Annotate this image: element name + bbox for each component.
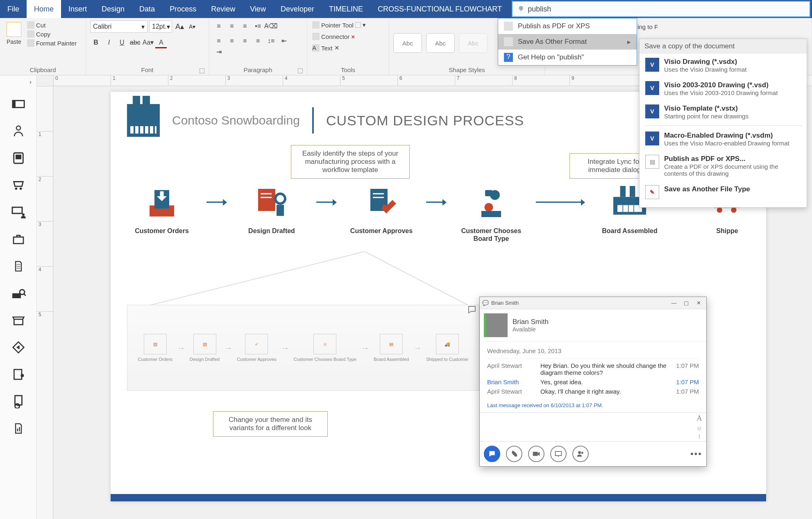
close-button[interactable]: ✕ (693, 299, 704, 307)
save-vsdm[interactable]: VMacro-Enabled Drawing (*.vsdm)Uses the … (640, 127, 807, 151)
save-pdfxps[interactable]: ▤Publish as PDF or XPS...Create a PDF or… (640, 151, 807, 181)
lync-chat-window[interactable]: 💬 Brian Smith — ▢ ✕ Brian Smith Availabl… (479, 297, 707, 467)
tellme-item-save-as-other[interactable]: Save As Other Format▸ (498, 34, 637, 50)
tab-developer[interactable]: Developer (273, 0, 322, 18)
font-format-icon[interactable]: A (697, 414, 702, 423)
stencil-decision-icon[interactable] (10, 339, 27, 356)
tell-me-input[interactable] (528, 5, 810, 14)
align-right-button[interactable]: ≡ (239, 36, 251, 46)
priority-icon[interactable]: ! (699, 433, 700, 440)
line-spacing-button[interactable]: ↕≡ (265, 36, 277, 46)
variant-chooses-icon: ☺ (313, 334, 336, 354)
save-vsdx[interactable]: VVisio Drawing (*.vsdx)Uses the Visio Dr… (640, 54, 807, 77)
paragraph-dialog-launcher[interactable] (298, 68, 303, 73)
tab-insert[interactable]: Insert (61, 0, 94, 18)
align-center-button[interactable]: ≡ (226, 36, 238, 46)
increase-indent-button[interactable]: ⇥ (213, 46, 225, 57)
tell-me-search[interactable] (512, 1, 810, 17)
copy-button[interactable]: Copy (26, 29, 77, 39)
grow-font-button[interactable]: A▴ (174, 22, 186, 31)
font-dialog-launcher[interactable] (200, 68, 204, 73)
font-size-combo[interactable]: 12pt.▾ (149, 20, 172, 33)
font-color-button[interactable]: A (155, 38, 167, 48)
step-customer-approves[interactable]: Customer Approves (347, 182, 416, 235)
connection-point-icon[interactable]: ✕ (334, 44, 340, 52)
save-vsd[interactable]: VVisio 2003-2010 Drawing (*.vsd)Uses the… (640, 77, 807, 100)
align-top-button[interactable]: ≡ (213, 21, 225, 32)
theme-variant-preview[interactable]: ▧Customer Orders → ▧Design Drafted → ✓Cu… (127, 305, 479, 391)
stencil-clipboard-pie-icon[interactable] (10, 393, 27, 410)
tab-crossfunctional[interactable]: CROSS-FUNCTIONAL FLOWCHART (370, 0, 509, 18)
cut-button[interactable]: Cut (26, 20, 77, 29)
align-bottom-button[interactable]: ≡ (239, 21, 251, 32)
call-button[interactable] (506, 446, 522, 462)
tab-process[interactable]: Process (162, 0, 204, 18)
emoji-icon[interactable]: ☺ (696, 425, 702, 431)
change-case-button[interactable]: Aa▾ (143, 37, 154, 48)
tab-review[interactable]: Review (204, 0, 243, 18)
stencil-box-open-icon[interactable] (10, 312, 27, 329)
group-label-font: Font (90, 66, 204, 74)
step-customer-orders[interactable]: Customer Orders (127, 182, 197, 235)
stencil-report-icon[interactable] (10, 420, 27, 437)
shapes-pane[interactable]: › (0, 75, 37, 519)
chat-bubble-icon[interactable] (467, 305, 477, 315)
tab-timeline[interactable]: TIMELINE (322, 0, 370, 18)
stencil-inspection-icon[interactable] (10, 285, 27, 301)
decrease-indent-button[interactable]: ⇤ (278, 36, 290, 46)
save-vstx[interactable]: VVisio Template (*.vstx)Starting point f… (640, 100, 807, 124)
minimize-button[interactable]: — (669, 299, 679, 307)
bold-button[interactable]: B (90, 37, 102, 48)
shrink-font-button[interactable]: A▾ (187, 23, 197, 30)
step-chooses-board[interactable]: Customer Chooses Board Type (456, 182, 526, 243)
participants-button[interactable] (572, 446, 589, 462)
callout-workflow[interactable]: Easily identify the steps of your manufa… (291, 145, 410, 179)
present-button[interactable] (550, 446, 567, 462)
shape-style-2[interactable]: Abc (426, 33, 455, 53)
tab-file[interactable]: File (0, 0, 27, 18)
tellme-item-help[interactable]: ?Get Help on "publish" (498, 50, 637, 65)
connector-tool-button[interactable]: Connector× (311, 32, 356, 41)
font-name-combo[interactable]: Calibri▾ (90, 20, 147, 33)
tab-home[interactable]: Home (27, 0, 61, 18)
lync-titlebar[interactable]: 💬 Brian Smith — ▢ ✕ (480, 297, 706, 309)
shape-style-3[interactable]: Abc (459, 33, 488, 53)
stencil-clipboard-person-icon[interactable] (10, 366, 27, 383)
stencil-briefcase-icon[interactable] (10, 231, 27, 247)
underline-button[interactable]: U (116, 37, 128, 48)
save-other[interactable]: ✎Save as Another File Type (640, 181, 807, 203)
chat-input[interactable] (480, 413, 692, 441)
tab-view[interactable]: View (243, 0, 273, 18)
stencil-document-icon[interactable] (10, 258, 27, 274)
justify-button[interactable]: ≡ (252, 36, 264, 46)
tab-data[interactable]: Data (132, 0, 162, 18)
maximize-button[interactable]: ▢ (681, 299, 692, 307)
stencil-cart-icon[interactable] (10, 177, 27, 193)
align-left-button[interactable]: ≡ (213, 36, 225, 46)
more-actions-button[interactable]: ••• (690, 449, 702, 459)
stencil-person-icon[interactable] (10, 123, 27, 139)
stencil-swimlane-icon[interactable] (10, 96, 27, 112)
strike-button[interactable]: abc (129, 37, 141, 48)
tellme-item-publish-pdf[interactable]: Publish as PDF or XPS (498, 18, 637, 34)
callout-theme[interactable]: Change your theme and its variants for a… (213, 411, 328, 437)
align-middle-button[interactable]: ≡ (226, 21, 238, 32)
pointer-tool-button[interactable]: Pointer Tool▾ (311, 20, 367, 29)
stencil-computer-user-icon[interactable] (10, 204, 27, 220)
format-painter-button[interactable]: Format Painter (26, 39, 77, 48)
contact-avatar[interactable] (484, 313, 508, 337)
text-tool-button[interactable]: AText✕ (311, 43, 340, 52)
header-divider (312, 107, 314, 134)
save-icon (504, 37, 513, 46)
shape-style-1[interactable]: Abc (393, 33, 422, 53)
clear-format-button[interactable]: A⌫ (265, 20, 277, 31)
shapes-expand-icon[interactable]: › (29, 79, 32, 85)
bullets-button[interactable]: •≡ (252, 21, 264, 32)
im-button[interactable] (484, 446, 500, 462)
stencil-kiosk-icon[interactable] (10, 150, 27, 166)
tab-design[interactable]: Design (94, 0, 132, 18)
video-button[interactable] (528, 446, 544, 462)
paste-button[interactable]: Paste (4, 20, 24, 47)
italic-button[interactable]: I (103, 37, 115, 48)
step-design-drafted[interactable]: Design Drafted (237, 182, 306, 235)
